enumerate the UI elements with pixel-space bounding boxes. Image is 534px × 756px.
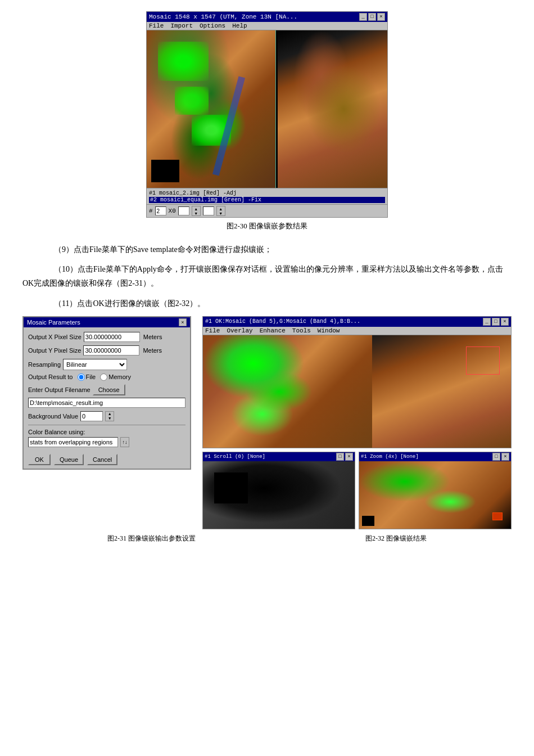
y-pixel-size-row: Output Y Pixel Size Meters xyxy=(28,345,185,356)
resampling-select[interactable]: Bilinear Nearest Neighbor Cubic Convolut… xyxy=(63,359,127,370)
output-result-row: Output Result to File Memory xyxy=(28,374,185,381)
zoom-restore-btn[interactable]: □ xyxy=(492,453,500,461)
menu-options[interactable]: Options xyxy=(200,22,225,29)
x0-input[interactable] xyxy=(178,206,189,215)
result-menu-enhance[interactable]: Enhance xyxy=(260,327,286,334)
x0-down-btn[interactable]: ▼ xyxy=(192,211,200,215)
top-mosaic-window: Mosaic 1548 x 1547 (UTM, Zone 13N [NA...… xyxy=(146,11,388,218)
x0-up-btn[interactable]: ▲ xyxy=(192,206,200,211)
close-btn[interactable]: × xyxy=(377,13,385,21)
filename-label: Enter Output Filename xyxy=(28,386,90,393)
mosaic-canvas xyxy=(147,30,387,188)
result-menu-file[interactable]: File xyxy=(205,327,220,334)
x-pixel-input[interactable] xyxy=(84,332,140,342)
restore-btn[interactable]: □ xyxy=(368,13,376,21)
sort-icon[interactable]: ↑↓ xyxy=(120,437,129,447)
lower-captions: 图2-31 图像镶嵌输出参数设置 图2-32 图像镶嵌结果 xyxy=(22,534,512,543)
bg-spinner[interactable]: ▲ ▼ xyxy=(105,411,114,421)
radio-memory-text: Memory xyxy=(108,374,131,380)
queue-button[interactable]: Queue xyxy=(54,454,84,465)
menu-help[interactable]: Help xyxy=(232,22,247,29)
result-menubar: File Overlay Enhance Tools Window xyxy=(203,327,511,335)
resampling-row: Resampling Bilinear Nearest Neighbor Cub… xyxy=(28,359,185,370)
to-input[interactable] xyxy=(203,206,214,215)
green-vegetation-patch1 xyxy=(158,42,209,81)
zoom-red-highlight xyxy=(492,512,503,520)
status-text-1: #1 mosaic_2.img [Red] -Adj xyxy=(149,190,237,196)
radio-memory-label[interactable]: Memory xyxy=(100,374,131,381)
bg-down-btn[interactable]: ▼ xyxy=(106,416,114,421)
satellite-image-right xyxy=(278,30,387,188)
dialog-close-icon[interactable]: × xyxy=(179,318,187,326)
to-spinner[interactable]: ▲ ▼ xyxy=(216,206,225,216)
paragraph-11: （11）点击OK进行图像的镶嵌（图2-32）。 xyxy=(22,296,512,310)
paragraph-10: （10）点击File菜单下的Apply命令，打开镶嵌图像保存对话框，设置输出的像… xyxy=(22,262,512,290)
menu-import[interactable]: Import xyxy=(170,22,193,29)
top-window-titlebar: Mosaic 1548 x 1547 (UTM, Zone 13N [NA...… xyxy=(147,12,387,22)
x0-spinner[interactable]: ▲ ▼ xyxy=(192,206,201,216)
y-pixel-units: Meters xyxy=(143,347,162,354)
cancel-button[interactable]: Cancel xyxy=(87,454,117,465)
right-images-area: #1 OK:Mosaic (Band 5),G:Mosaic (Band 4),… xyxy=(202,316,512,529)
top-window-title: Mosaic 1548 x 1547 (UTM, Zone 13N [NA... xyxy=(149,14,297,20)
satellite-image-left xyxy=(147,30,276,188)
radio-file-text: File xyxy=(86,374,96,380)
result-close-btn[interactable]: × xyxy=(501,318,509,326)
scroll-close-btn[interactable]: × xyxy=(345,453,353,461)
to-down-btn[interactable]: ▼ xyxy=(217,211,225,215)
filename-row: Enter Output Filename Choose xyxy=(28,384,185,395)
green-vegetation-patch2 xyxy=(175,87,209,115)
divider-1 xyxy=(28,425,185,425)
result-title: #1 OK:Mosaic (Band 5),G:Mosaic (Band 4),… xyxy=(205,318,360,325)
y-pixel-label: Output Y Pixel Size xyxy=(28,347,81,354)
x-pixel-size-row: Output X Pixel Size Meters xyxy=(28,332,185,342)
caption-right: 图2-32 图像镶嵌结果 xyxy=(365,534,427,543)
choose-button[interactable]: Choose xyxy=(93,384,125,395)
color-balance-label: Color Balance using: xyxy=(28,429,185,435)
scroll-restore-btn[interactable]: □ xyxy=(336,453,344,461)
y-pixel-input[interactable] xyxy=(83,345,139,356)
result-highlight-box xyxy=(466,346,500,375)
dialog-footer: OK Queue Cancel xyxy=(24,452,190,469)
caption-top: 图2-30 图像镶嵌参数结果 xyxy=(227,221,307,231)
radio-file-input[interactable] xyxy=(78,374,85,381)
ok-button[interactable]: OK xyxy=(28,454,51,465)
scroll-titlebar: #1 Scroll (0) [None] □ × xyxy=(203,452,355,461)
zoom-close-btn[interactable]: × xyxy=(501,453,509,461)
caption-left: 图2-31 图像镶嵌输出参数设置 xyxy=(107,534,196,543)
scroll-window: #1 Scroll (0) [None] □ × xyxy=(202,452,355,529)
dialog-body: Output X Pixel Size Meters Output Y Pixe… xyxy=(24,327,190,452)
statusbar: #1 mosaic_2.img [Red] -Adj #2 mosaic1_eq… xyxy=(147,188,387,204)
radio-file-label[interactable]: File xyxy=(78,374,96,381)
top-window-menubar: File Import Options Help xyxy=(147,22,387,30)
result-menu-overlay[interactable]: Overlay xyxy=(227,327,252,334)
bg-value-label: Background Value xyxy=(28,413,78,420)
zoom-black-corner xyxy=(362,516,374,526)
bg-value-input[interactable] xyxy=(80,411,103,421)
result-menu-window[interactable]: Window xyxy=(318,327,340,334)
result-restore-btn[interactable]: □ xyxy=(492,318,500,326)
to-up-btn[interactable]: ▲ xyxy=(217,206,225,211)
num-input[interactable] xyxy=(155,206,166,215)
scroll-black-rect xyxy=(214,472,248,503)
bg-up-btn[interactable]: ▲ xyxy=(106,412,114,416)
radio-memory-input[interactable] xyxy=(100,374,107,381)
zoom-window: #1 Zoom (4x) [None] □ × xyxy=(359,452,512,529)
zoom-titlebar: #1 Zoom (4x) [None] □ × xyxy=(359,452,511,461)
minimize-btn[interactable]: _ xyxy=(359,13,367,21)
dialog-title: Mosaic Parameters xyxy=(27,319,80,326)
menu-file[interactable]: File xyxy=(149,22,164,29)
result-menu-tools[interactable]: Tools xyxy=(292,327,311,334)
result-canvas-large xyxy=(203,335,511,448)
result-left-image xyxy=(203,335,372,448)
lower-section: Mosaic Parameters × Output X Pixel Size … xyxy=(22,316,512,529)
black-nodata-patch xyxy=(151,160,179,182)
x-pixel-label: Output X Pixel Size xyxy=(28,334,82,340)
zoom-canvas xyxy=(359,461,511,529)
result-titlebar: #1 OK:Mosaic (Band 5),G:Mosaic (Band 4),… xyxy=(203,317,511,327)
color-balance-input[interactable] xyxy=(28,437,118,447)
filename-input[interactable] xyxy=(28,398,185,408)
dialog-titlebar: Mosaic Parameters × xyxy=(24,317,190,327)
mosaic-result-window: #1 OK:Mosaic (Band 5),G:Mosaic (Band 4),… xyxy=(202,316,512,448)
result-minimize-btn[interactable]: _ xyxy=(483,318,491,326)
